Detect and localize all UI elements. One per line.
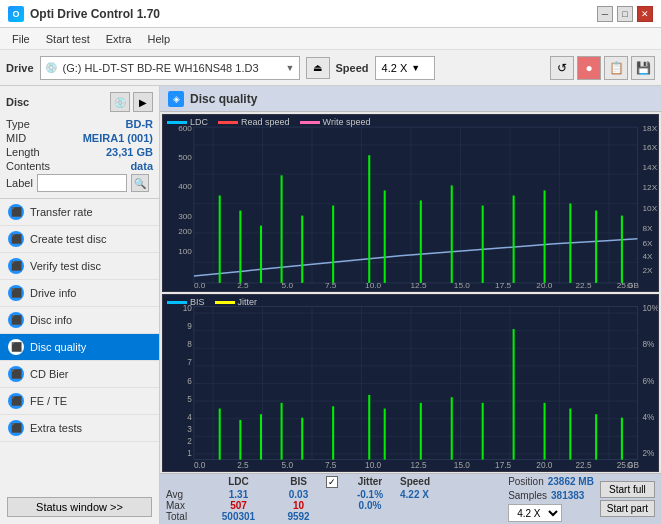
nav-icon-drive: ⬛ bbox=[8, 285, 24, 301]
stats-header-row: LDC BIS ✓ Jitter Speed bbox=[164, 476, 504, 489]
svg-text:7.5: 7.5 bbox=[325, 281, 337, 290]
nav-fe-te[interactable]: ⬛ FE / TE bbox=[0, 388, 159, 415]
start-part-button[interactable]: Start part bbox=[600, 500, 655, 517]
nav-label-create: Create test disc bbox=[30, 233, 106, 245]
menu-file[interactable]: File bbox=[4, 31, 38, 47]
legend-read: Read speed bbox=[218, 117, 290, 127]
svg-text:2: 2 bbox=[187, 435, 192, 445]
drive-select-text: (G:) HL-DT-ST BD-RE WH16NS48 1.D3 bbox=[63, 62, 282, 74]
svg-text:5.0: 5.0 bbox=[282, 459, 294, 469]
nav-label-transfer: Transfer rate bbox=[30, 206, 93, 218]
svg-text:12.5: 12.5 bbox=[411, 459, 427, 469]
samples-row: Samples 381383 bbox=[508, 490, 594, 501]
stats-checkbox[interactable]: ✓ bbox=[326, 476, 340, 488]
top-chart: LDC Read speed Write speed bbox=[162, 114, 659, 292]
toolbar-btn-3[interactable]: 📋 bbox=[604, 56, 628, 80]
disc-length-row: Length 23,31 GB bbox=[6, 146, 153, 158]
svg-text:6: 6 bbox=[187, 375, 192, 385]
ldc-color bbox=[167, 121, 187, 124]
menu-start-test[interactable]: Start test bbox=[38, 31, 98, 47]
start-full-button[interactable]: Start full bbox=[600, 481, 655, 498]
status-window-button[interactable]: Status window >> bbox=[7, 497, 152, 517]
stats-empty-label bbox=[166, 476, 206, 488]
status-btn-container: Status window >> bbox=[0, 490, 159, 524]
top-chart-svg: 600 500 400 300 200 100 18X 16X 14X 12X … bbox=[163, 115, 658, 291]
nav-extra-tests[interactable]: ⬛ Extra tests bbox=[0, 415, 159, 442]
legend-bis: BIS bbox=[167, 297, 205, 307]
svg-text:2.5: 2.5 bbox=[237, 281, 249, 290]
svg-text:9: 9 bbox=[187, 321, 192, 331]
disc-type-value: BD-R bbox=[126, 118, 154, 130]
svg-text:1: 1 bbox=[187, 448, 192, 458]
speed-select[interactable]: 4.2 X ▼ bbox=[375, 56, 435, 80]
svg-text:8%: 8% bbox=[643, 339, 655, 349]
nav-icon-disc: ⬛ bbox=[8, 312, 24, 328]
bottom-chart: BIS Jitter bbox=[162, 294, 659, 472]
bis-label: BIS bbox=[190, 297, 205, 307]
quality-header: ◈ Disc quality bbox=[160, 86, 661, 112]
svg-text:300: 300 bbox=[178, 212, 192, 221]
nav-icon-quality: ⬛ bbox=[8, 339, 24, 355]
legend-ldc: LDC bbox=[167, 117, 208, 127]
svg-text:GB: GB bbox=[627, 459, 639, 469]
stats-ldc-header: LDC bbox=[206, 476, 271, 488]
title-bar-left: O Opti Drive Control 1.70 bbox=[8, 6, 160, 22]
svg-text:8: 8 bbox=[187, 339, 192, 349]
nav-cd-bier[interactable]: ⬛ CD Bier bbox=[0, 361, 159, 388]
drive-select[interactable]: 💿 (G:) HL-DT-ST BD-RE WH16NS48 1.D3 ▼ bbox=[40, 56, 300, 80]
disc-label-input[interactable] bbox=[37, 174, 127, 192]
svg-text:10.0: 10.0 bbox=[365, 281, 381, 290]
minimize-button[interactable]: ─ bbox=[597, 6, 613, 22]
close-button[interactable]: ✕ bbox=[637, 6, 653, 22]
toolbar-btn-4[interactable]: 💾 bbox=[631, 56, 655, 80]
disc-icon-2[interactable]: ▶ bbox=[133, 92, 153, 112]
total-label: Total bbox=[166, 511, 206, 522]
menu-help[interactable]: Help bbox=[139, 31, 178, 47]
toolbar-btn-1[interactable]: ↺ bbox=[550, 56, 574, 80]
nav-icon-verify: ⬛ bbox=[8, 258, 24, 274]
nav-disc-info[interactable]: ⬛ Disc info bbox=[0, 307, 159, 334]
svg-text:10%: 10% bbox=[643, 303, 658, 313]
toolbar-btn-2[interactable]: ● bbox=[577, 56, 601, 80]
nav-drive-info[interactable]: ⬛ Drive info bbox=[0, 280, 159, 307]
menu-extra[interactable]: Extra bbox=[98, 31, 140, 47]
disc-length-label: Length bbox=[6, 146, 40, 158]
jitter-checkbox[interactable]: ✓ bbox=[326, 476, 338, 488]
read-label: Read speed bbox=[241, 117, 290, 127]
disc-label-btn[interactable]: 🔍 bbox=[131, 174, 149, 192]
jitter-color bbox=[215, 301, 235, 304]
toolbar: Drive 💿 (G:) HL-DT-ST BD-RE WH16NS48 1.D… bbox=[0, 50, 661, 86]
nav-transfer-rate[interactable]: ⬛ Transfer rate bbox=[0, 199, 159, 226]
toolbar-icons: ↺ ● 📋 💾 bbox=[550, 56, 655, 80]
svg-text:4: 4 bbox=[187, 412, 192, 422]
stats-main: LDC BIS ✓ Jitter Speed Avg 1.31 0.03 -0.… bbox=[164, 476, 504, 522]
disc-icon-1[interactable]: 💿 bbox=[110, 92, 130, 112]
maximize-button[interactable]: □ bbox=[617, 6, 633, 22]
disc-label-row: Label 🔍 bbox=[6, 174, 153, 192]
svg-text:16X: 16X bbox=[643, 143, 658, 152]
nav-icon-cd: ⬛ bbox=[8, 366, 24, 382]
svg-text:12.5: 12.5 bbox=[411, 281, 427, 290]
speed-dropdown[interactable]: 4.2 X 2.0 X 8.0 X bbox=[508, 504, 562, 522]
position-row: Position 23862 MB bbox=[508, 476, 594, 487]
drive-label: Drive bbox=[6, 62, 34, 74]
nav-disc-quality[interactable]: ⬛ Disc quality bbox=[0, 334, 159, 361]
svg-text:4X: 4X bbox=[643, 252, 654, 261]
disc-contents-row: Contents data bbox=[6, 160, 153, 172]
samples-label: Samples bbox=[508, 490, 547, 501]
total-bis: 9592 bbox=[271, 511, 326, 522]
nav-create-test-disc[interactable]: ⬛ Create test disc bbox=[0, 226, 159, 253]
svg-text:0.0: 0.0 bbox=[194, 459, 206, 469]
quality-icon: ◈ bbox=[168, 91, 184, 107]
nav-label-quality: Disc quality bbox=[30, 341, 86, 353]
nav-label-cd: CD Bier bbox=[30, 368, 69, 380]
svg-text:18X: 18X bbox=[643, 124, 658, 133]
disc-type-label: Type bbox=[6, 118, 30, 130]
svg-text:22.5: 22.5 bbox=[576, 281, 592, 290]
svg-text:4%: 4% bbox=[643, 412, 655, 422]
eject-button[interactable]: ⏏ bbox=[306, 57, 330, 79]
charts-container: LDC Read speed Write speed bbox=[160, 112, 661, 473]
nav-verify-test-disc[interactable]: ⬛ Verify test disc bbox=[0, 253, 159, 280]
svg-text:200: 200 bbox=[178, 227, 192, 236]
svg-text:5: 5 bbox=[187, 393, 192, 403]
